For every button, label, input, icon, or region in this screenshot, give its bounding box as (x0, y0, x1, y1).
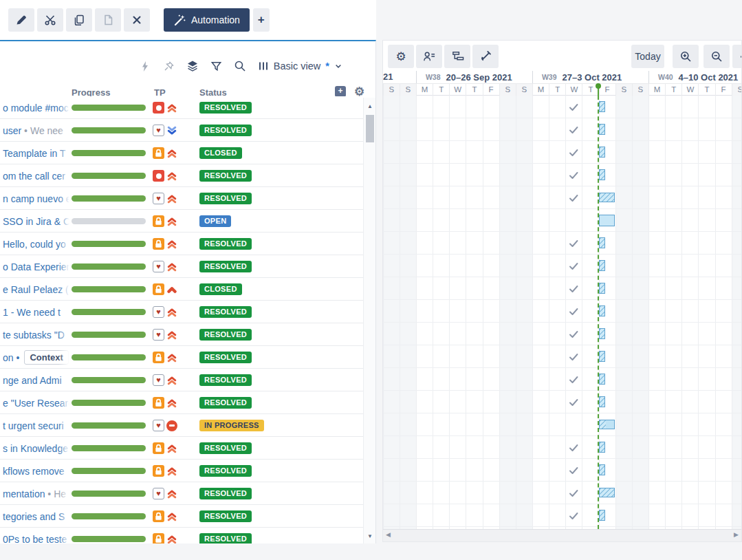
done-check-icon (568, 488, 579, 499)
task-bar[interactable] (599, 237, 605, 248)
today-button[interactable]: Today (631, 45, 664, 68)
type-priority-cell (153, 442, 177, 454)
issue-row[interactable]: o module #moc RESOLVED (0, 96, 363, 119)
scrollbar-thumb[interactable] (366, 115, 374, 142)
issue-name[interactable]: 0Ps to be teste (3, 532, 69, 543)
task-bar[interactable] (599, 396, 605, 407)
add-column-button[interactable]: + (335, 86, 346, 97)
issue-row[interactable]: te subtasks "D ♥ RESOLVED (0, 323, 363, 346)
issue-row[interactable]: om the call cer RESOLVED (0, 164, 363, 187)
issue-row[interactable]: Teamplate in T CLOSED (0, 142, 363, 164)
task-bar[interactable] (599, 283, 605, 294)
done-check-icon (568, 397, 579, 408)
issue-row[interactable]: mentation • He ♥ RESOLVED (0, 482, 363, 505)
task-bar[interactable] (599, 420, 615, 429)
task-bar[interactable] (599, 442, 605, 453)
filter-icon[interactable] (210, 61, 222, 72)
gantt-settings-button[interactable]: ⚙ (388, 45, 414, 68)
issue-row[interactable]: Hello, could yo RESOLVED (0, 233, 363, 255)
scroll-left-arrow[interactable]: ◀ (386, 531, 391, 538)
row-divider (383, 277, 741, 277)
task-bar[interactable] (599, 124, 605, 135)
scroll-down-arrow[interactable]: ▼ (364, 533, 376, 539)
status-badge: CLOSED (199, 147, 242, 159)
task-bar[interactable] (599, 328, 605, 339)
issue-name[interactable]: om the call cer (3, 169, 69, 184)
structure-button[interactable] (444, 45, 470, 68)
issue-row[interactable]: t urgent securi ♥ IN PROGRESS (0, 414, 363, 437)
issue-name[interactable]: kflows remove (3, 464, 69, 479)
horizontal-scrollbar[interactable]: ◀ ▶ (383, 529, 741, 541)
task-bar[interactable] (599, 147, 605, 158)
scroll-up-arrow[interactable]: ▲ (364, 103, 376, 109)
automation-button[interactable]: Automation (164, 8, 250, 32)
day-header-cell: T (665, 84, 681, 96)
more-button[interactable] (732, 45, 742, 68)
task-bar[interactable] (599, 215, 615, 226)
issue-row[interactable]: o Data Experien ♥ RESOLVED (0, 255, 363, 278)
task-bar[interactable] (599, 193, 615, 202)
issue-name[interactable]: s in Knowledge (3, 441, 69, 456)
task-bar[interactable] (599, 169, 605, 180)
zoom-in-button[interactable] (673, 45, 699, 68)
issue-name[interactable]: te subtasks "D (3, 327, 69, 343)
task-bar[interactable] (599, 260, 605, 271)
issue-name[interactable]: nge and Admi (3, 373, 69, 388)
issue-row[interactable]: nge and Admi ♥ RESOLVED (0, 369, 363, 391)
quick-actions-icon[interactable] (140, 61, 151, 72)
priority-highest-icon (166, 534, 177, 544)
task-bar[interactable] (599, 305, 605, 316)
issue-row[interactable]: s in Knowledge RESOLVED (0, 437, 363, 460)
task-bar[interactable] (599, 374, 605, 385)
issue-row[interactable]: tegories and S RESOLVED (0, 505, 363, 528)
issue-row[interactable]: 0Ps to be teste RESOLVED (0, 528, 363, 543)
issue-row[interactable]: on •Context RESOLVED (0, 346, 363, 369)
task-bar[interactable] (599, 351, 605, 362)
layers-icon[interactable] (186, 60, 199, 72)
scroll-right-arrow[interactable]: ▶ (734, 531, 739, 538)
issue-name[interactable]: e "User Researc (3, 396, 69, 411)
issue-name[interactable]: user • We nee (3, 123, 69, 138)
issue-row[interactable]: e "User Researc RESOLVED (0, 391, 363, 414)
task-bar[interactable] (599, 101, 605, 112)
issue-row[interactable]: kflows remove RESOLVED (0, 460, 363, 482)
cut-button[interactable] (37, 8, 63, 32)
issue-name[interactable]: tegories and S (3, 509, 69, 524)
context-chip[interactable]: Context (24, 350, 68, 365)
issue-name[interactable]: 1 - We need t (3, 305, 69, 320)
delete-button[interactable] (124, 8, 150, 32)
today-label: Today (635, 51, 660, 62)
status-badge: OPEN (199, 215, 231, 227)
issue-row[interactable]: n camp nuevo e ♥ RESOLVED (0, 187, 363, 210)
task-bar[interactable] (599, 488, 615, 497)
issue-name[interactable]: SSO in Jira & C (3, 214, 69, 229)
pin-icon[interactable] (163, 61, 175, 72)
issue-name[interactable]: Hello, could yo (3, 237, 69, 252)
issue-name[interactable]: Teamplate in T (3, 146, 69, 161)
done-check-icon (568, 238, 579, 249)
issue-name[interactable]: o module #moc (3, 100, 69, 116)
issue-name[interactable]: n camp nuevo e (3, 191, 69, 206)
issue-row[interactable]: e Raul Pelaez (E CLOSED (0, 278, 363, 301)
issue-row[interactable]: user • We nee ♥ RESOLVED (0, 119, 363, 142)
app-window: Automation + Basic view* Progress TP Sta… (0, 0, 742, 560)
search-icon[interactable] (234, 60, 246, 72)
edit-button[interactable] (8, 8, 34, 32)
task-bar[interactable] (599, 510, 605, 521)
issue-row[interactable]: SSO in Jira & C OPEN (0, 210, 363, 233)
issue-name[interactable]: on •Context (3, 350, 69, 365)
task-bar[interactable] (599, 464, 605, 475)
baseline-button[interactable] (472, 45, 499, 68)
view-switcher[interactable]: Basic view* (258, 61, 342, 72)
vertical-scrollbar[interactable]: ▲ ▼ (363, 98, 376, 543)
issue-name[interactable]: t urgent securi (3, 418, 69, 433)
resources-button[interactable] (416, 45, 442, 68)
paste-button[interactable] (95, 8, 121, 32)
issue-name[interactable]: e Raul Pelaez (E (3, 282, 69, 297)
issue-name[interactable]: o Data Experien (3, 259, 69, 274)
add-tab-button[interactable]: + (253, 8, 270, 32)
zoom-out-button[interactable] (703, 45, 730, 68)
copy-button[interactable] (66, 8, 92, 32)
issue-name[interactable]: mentation • He (3, 486, 69, 502)
issue-row[interactable]: 1 - We need t ♥ RESOLVED (0, 301, 363, 323)
